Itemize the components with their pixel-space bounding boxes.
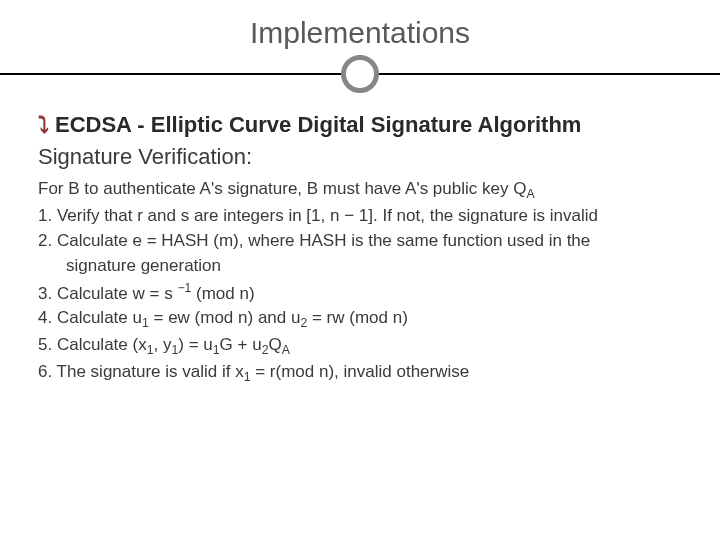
text: 3. Calculate w = s	[38, 283, 177, 302]
subscript: 1	[244, 371, 251, 385]
subscript: 1	[213, 344, 220, 358]
subscript: A	[282, 344, 290, 358]
subscript: A	[526, 187, 534, 201]
subtitle-row: ⤵ ECDSA - Elliptic Curve Digital Signatu…	[38, 112, 682, 138]
line-4: 4. Calculate u1 = ew (mod n) and u2 = rw…	[38, 307, 682, 332]
slide-title: Implementations	[0, 16, 720, 50]
line-5: 5. Calculate (x1, y1) = u1G + u2QA	[38, 334, 682, 359]
section-heading: Signature Verification:	[38, 144, 682, 170]
line-3: 3. Calculate w = s −1 (mod n)	[38, 280, 682, 306]
text: For B to authenticate A's signature, B m…	[38, 179, 526, 198]
text: (mod n)	[191, 283, 254, 302]
circle-icon	[341, 55, 379, 93]
text: , y	[153, 335, 171, 354]
text: = r(mod n), invalid otherwise	[251, 362, 470, 381]
bullet-icon: ⤵	[38, 112, 49, 138]
text: G + u	[220, 335, 262, 354]
text: = rw (mod n)	[307, 308, 408, 327]
slide: Implementations ⤵ ECDSA - Elliptic Curve…	[0, 0, 720, 540]
content-area: ⤵ ECDSA - Elliptic Curve Digital Signatu…	[0, 94, 720, 540]
text: ) = u	[178, 335, 213, 354]
text: 4. Calculate u	[38, 308, 142, 327]
superscript: −1	[177, 281, 191, 295]
line-1: 1. Verify that r and s are integers in […	[38, 205, 682, 228]
text: Q	[268, 335, 281, 354]
subscript: 1	[142, 317, 149, 331]
body-text: For B to authenticate A's signature, B m…	[38, 178, 682, 386]
line-2: 2. Calculate e = HASH (m), where HASH is…	[38, 230, 682, 253]
text: = ew (mod n) and u	[149, 308, 301, 327]
text: 5. Calculate (x	[38, 335, 147, 354]
line-6: 6. The signature is valid if x1 = r(mod …	[38, 361, 682, 386]
text: 6. The signature is valid if x	[38, 362, 244, 381]
subtitle-text: ECDSA - Elliptic Curve Digital Signature…	[55, 112, 581, 138]
title-divider	[0, 54, 720, 94]
line-intro: For B to authenticate A's signature, B m…	[38, 178, 682, 203]
line-2b: signature generation	[38, 255, 682, 278]
